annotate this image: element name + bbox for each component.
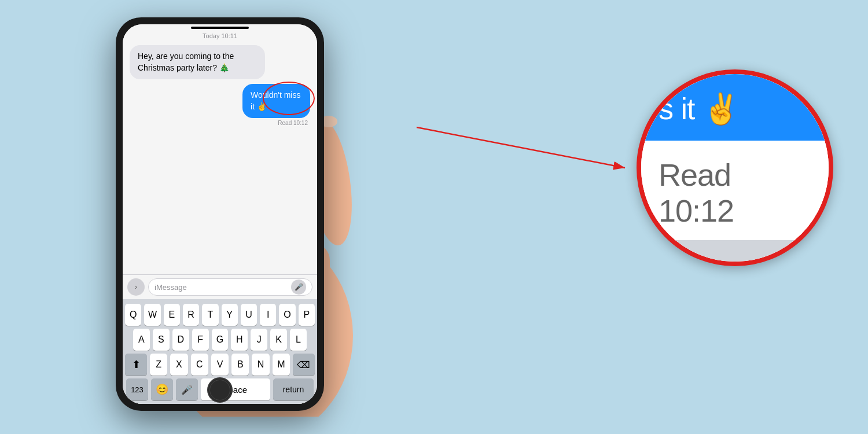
keyboard-row-2: A S D F G H J K L: [125, 329, 315, 351]
sent-bubble-wrap: Wouldn't miss it ✌️ Read 10:12: [226, 84, 310, 126]
magnify-bubble-text: s it ✌️: [659, 91, 811, 127]
sent-bubble: Wouldn't miss it ✌️: [242, 84, 310, 118]
key-y[interactable]: Y: [222, 304, 238, 326]
key-p[interactable]: P: [299, 304, 315, 326]
return-key[interactable]: return: [273, 378, 314, 400]
keyboard-row-1: Q W E R T Y U I O P: [125, 304, 315, 326]
key-u[interactable]: U: [241, 304, 257, 326]
imessage-input[interactable]: iMessage 🎤: [148, 278, 312, 296]
home-button[interactable]: [207, 377, 233, 403]
shift-key[interactable]: ⬆: [125, 354, 147, 376]
key-z[interactable]: Z: [150, 354, 167, 376]
received-bubble: Hey, are you coming to the Christmas par…: [130, 45, 265, 79]
key-w[interactable]: W: [144, 304, 160, 326]
key-m[interactable]: M: [273, 354, 290, 376]
magnify-read-text: Read 10:12: [659, 157, 811, 229]
key-x[interactable]: X: [170, 354, 187, 376]
messages-area: Today 10:11 Hey, are you coming to the C…: [123, 24, 317, 274]
magnify-bubble-area: s it ✌️: [641, 74, 829, 141]
dictate-key[interactable]: 🎤: [176, 378, 198, 400]
svg-line-12: [417, 127, 625, 168]
key-j[interactable]: J: [251, 329, 267, 351]
key-c[interactable]: C: [191, 354, 208, 376]
input-bar[interactable]: › iMessage 🎤: [123, 274, 317, 299]
key-e[interactable]: E: [164, 304, 180, 326]
phone-device: Today 10:11 Hey, are you coming to the C…: [116, 17, 324, 411]
key-i[interactable]: I: [260, 304, 276, 326]
expand-button[interactable]: ›: [127, 278, 145, 296]
scene: Today 10:11 Hey, are you coming to the C…: [0, 0, 868, 434]
key-a[interactable]: A: [133, 329, 150, 351]
key-g[interactable]: G: [212, 329, 229, 351]
key-q[interactable]: Q: [125, 304, 141, 326]
message-timestamp: Today 10:11: [130, 32, 310, 39]
mic-button[interactable]: 🎤: [291, 279, 306, 295]
key-t[interactable]: T: [202, 304, 218, 326]
phone-screen: Today 10:11 Hey, are you coming to the C…: [123, 24, 317, 404]
key-f[interactable]: F: [192, 329, 209, 351]
key-h[interactable]: H: [231, 329, 248, 351]
keyboard-row-3: ⬆ Z X C V B N M ⌫: [125, 354, 315, 376]
read-receipt: Read 10:12: [278, 120, 310, 126]
key-v[interactable]: V: [211, 354, 229, 376]
key-r[interactable]: R: [183, 304, 199, 326]
key-n[interactable]: N: [252, 354, 269, 376]
key-s[interactable]: S: [153, 329, 170, 351]
key-k[interactable]: K: [270, 329, 287, 351]
magnify-circle: s it ✌️ Read 10:12: [637, 69, 833, 266]
key-d[interactable]: D: [172, 329, 189, 351]
imessage-placeholder: iMessage: [155, 283, 187, 292]
numbers-key[interactable]: 123: [126, 378, 148, 400]
emoji-key[interactable]: 😊: [151, 378, 173, 400]
magnify-read-area: Read 10:12: [641, 141, 829, 240]
magnify-keyboard-hint: [641, 240, 829, 262]
key-b[interactable]: B: [231, 354, 249, 376]
delete-key[interactable]: ⌫: [293, 354, 315, 376]
key-o[interactable]: O: [279, 304, 295, 326]
key-l[interactable]: L: [290, 329, 307, 351]
magnify-inner: s it ✌️ Read 10:12: [641, 74, 829, 262]
